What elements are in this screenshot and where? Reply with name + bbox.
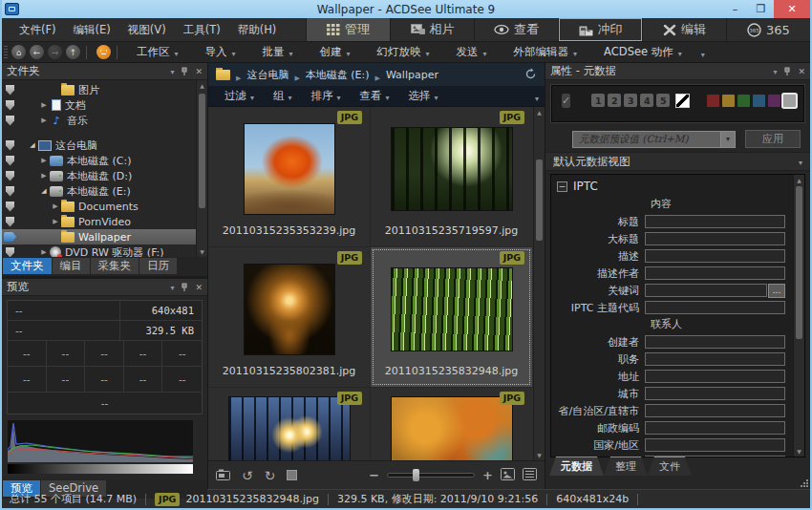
file-item[interactable]: JPG 20110315235802381.jpg	[208, 247, 371, 387]
tree-item-pictures[interactable]: 图片	[2, 82, 207, 97]
sort-menu[interactable]: 排序	[303, 89, 350, 103]
thumbnail-view-icon[interactable]	[501, 466, 515, 484]
form-scrollbar[interactable]: ▲ ▼	[793, 175, 804, 457]
panel-menu-icon[interactable]	[170, 283, 174, 292]
menu-file[interactable]: 文件(F)	[11, 21, 64, 39]
iptc-section-header[interactable]: IPTC	[551, 178, 793, 196]
zoom-in-icon[interactable]: +	[482, 468, 493, 482]
quick-tag-icon[interactable]	[6, 217, 14, 227]
pin-icon[interactable]	[181, 67, 188, 76]
zoom-slider-handle[interactable]	[413, 469, 419, 481]
quick-tag-icon[interactable]	[6, 116, 14, 126]
thumbnail-image[interactable]	[391, 127, 513, 211]
quick-tag-icon[interactable]	[6, 186, 14, 197]
menu-edit[interactable]: 编辑(E)	[66, 21, 118, 39]
country-field[interactable]	[645, 438, 785, 452]
keywords-more-button[interactable]: ...	[768, 284, 785, 298]
tab-calendar[interactable]: 日历	[139, 258, 177, 274]
tab-develop[interactable]: 冲印	[558, 18, 642, 41]
quick-tag-icon[interactable]	[6, 100, 14, 111]
tree-item-documents-lib[interactable]: 文档	[2, 97, 207, 113]
creator-field[interactable]	[645, 335, 785, 349]
expander-icon[interactable]	[39, 172, 49, 180]
panel-menu-icon[interactable]	[773, 67, 777, 76]
rating-1[interactable]: 1	[591, 94, 605, 107]
state-field[interactable]	[645, 404, 785, 417]
thumbnail-image[interactable]	[391, 396, 513, 460]
refresh-icon[interactable]	[524, 66, 537, 84]
rating-4[interactable]: 4	[640, 94, 653, 107]
panel-close-icon[interactable]: ✕	[195, 67, 203, 76]
description-writer-field[interactable]	[645, 266, 785, 280]
menu-help[interactable]: 帮助(H)	[230, 21, 285, 39]
rating-3[interactable]: 3	[624, 94, 637, 107]
tree-item-drive-e[interactable]: 本地磁盘 (E:)	[2, 183, 207, 199]
iptc-subject-code-field[interactable]	[645, 301, 785, 314]
grid-scrollbar[interactable]: ▲▼	[533, 107, 545, 460]
tag-checkbox[interactable]	[562, 94, 570, 108]
expander-icon[interactable]	[39, 157, 49, 164]
file-item[interactable]: JPG	[208, 388, 371, 460]
toolbar-batch[interactable]: 批量	[249, 45, 307, 59]
select-menu[interactable]: 选择	[400, 89, 447, 103]
menu-view[interactable]: 视图(V)	[120, 21, 174, 39]
minimize-button[interactable]	[722, 0, 748, 18]
toolbar-workspace[interactable]: 工作区	[123, 45, 192, 59]
address-field[interactable]	[645, 370, 785, 383]
import-photos-icon[interactable]	[216, 468, 230, 483]
breadcrumb-drive-e[interactable]: 本地磁盘 (E:)	[306, 68, 370, 82]
toolbar-slideshow[interactable]: 幻灯放映	[364, 45, 443, 59]
detail-view-icon[interactable]	[523, 466, 537, 484]
breadcrumb-this-pc[interactable]: 这台电脑	[246, 68, 288, 82]
label-red[interactable]	[707, 95, 719, 107]
thumbnail-image[interactable]	[391, 267, 513, 351]
tab-365[interactable]: 365 365	[726, 18, 810, 41]
title-field[interactable]	[645, 215, 785, 228]
label-yellow[interactable]	[722, 95, 735, 107]
toolbar-create[interactable]: 创建	[307, 45, 364, 59]
filterbar-overflow-icon[interactable]	[535, 87, 539, 105]
clear-rating-icon[interactable]	[675, 94, 690, 108]
description-field[interactable]	[645, 249, 785, 263]
expander-icon[interactable]	[51, 218, 60, 225]
tab-catalog[interactable]: 编目	[53, 258, 90, 274]
close-button[interactable]	[774, 0, 810, 18]
quick-tag-icon[interactable]	[6, 156, 14, 166]
quick-tag-icon[interactable]	[6, 85, 14, 96]
expander-icon[interactable]	[51, 202, 60, 210]
up-button[interactable]: ↑	[66, 45, 80, 59]
tree-item-pornvideo[interactable]: PornVideo	[2, 214, 207, 229]
label-gray[interactable]	[783, 95, 796, 107]
file-item[interactable]: JPG	[371, 388, 532, 460]
thumbnail-image[interactable]	[228, 396, 351, 460]
image-basket-icon[interactable]	[96, 45, 111, 59]
city-field[interactable]	[645, 387, 785, 400]
zoom-out-icon[interactable]: −	[369, 468, 379, 482]
expander-icon[interactable]	[28, 141, 37, 149]
rating-5[interactable]: 5	[656, 94, 670, 107]
resize-grip[interactable]	[800, 478, 808, 487]
toolbar-send[interactable]: 发送	[443, 45, 501, 59]
collapse-icon[interactable]	[557, 181, 567, 192]
expander-icon[interactable]	[39, 187, 49, 195]
metadata-view-selector[interactable]: 默认元数据视图	[545, 152, 810, 171]
tree-item-wallpaper[interactable]: Wallpaper	[2, 229, 207, 244]
label-purple[interactable]	[768, 95, 780, 107]
stop-icon[interactable]	[287, 468, 297, 483]
breadcrumb-wallpaper[interactable]: Wallpaper	[386, 69, 438, 81]
tree-item-this-pc[interactable]: 这台电脑	[2, 138, 207, 153]
forward-button[interactable]: →	[48, 45, 62, 59]
tab-organize[interactable]: 整理	[604, 457, 648, 476]
pin-icon[interactable]	[783, 67, 791, 76]
panel-close-icon[interactable]: ✕	[798, 67, 805, 76]
rotate-left-icon[interactable]: ↺	[242, 468, 253, 483]
quick-tag-icon[interactable]	[6, 247, 14, 258]
view-menu[interactable]: 查看	[352, 89, 398, 103]
rotate-right-icon[interactable]: ↻	[265, 468, 276, 483]
file-item-selected[interactable]: JPG 20110315235832948.jpg	[371, 247, 532, 387]
phone-field[interactable]	[645, 456, 785, 457]
panel-close-icon[interactable]: ✕	[195, 283, 203, 292]
toolbar-import[interactable]: 导入	[192, 45, 249, 59]
group-menu[interactable]: 组	[265, 89, 301, 103]
keywords-field[interactable]	[645, 284, 767, 297]
